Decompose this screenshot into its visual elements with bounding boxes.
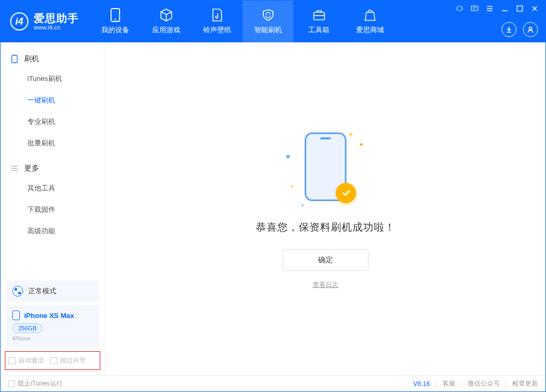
- more-lines-icon: [10, 164, 19, 173]
- shopping-bag-icon: [363, 8, 377, 22]
- checkbox-label: 跳过向导: [60, 356, 86, 365]
- device-storage-badge: 256GB: [12, 323, 42, 333]
- refresh-shield-icon: [261, 8, 275, 22]
- checkbox-icon: [50, 357, 57, 364]
- user-account-button[interactable]: [523, 22, 538, 37]
- checkbox-block-itunes[interactable]: 阻止iTunes运行: [8, 379, 63, 388]
- customer-service-link[interactable]: 客服: [442, 379, 455, 388]
- group-title-label: 更多: [24, 164, 39, 173]
- nav-my-device[interactable]: 我的设备: [90, 1, 141, 42]
- sidebar-item-advanced[interactable]: 高级功能: [1, 220, 105, 242]
- success-illustration: ✦ ✦: [280, 128, 371, 209]
- dot-icon: [286, 155, 290, 158]
- music-file-icon: [210, 8, 224, 22]
- svg-rect-4: [517, 6, 522, 11]
- cube-icon: [159, 8, 173, 22]
- sidebar-group-more: 更多: [1, 159, 105, 177]
- footer-right: V8.16 | 客服 | 微信公众号 | 检查更新: [413, 379, 538, 388]
- sidebar-item-pro-flash[interactable]: 专业刷机: [1, 111, 105, 132]
- minimize-button[interactable]: [499, 4, 510, 13]
- separator: |: [461, 380, 462, 388]
- device-mode-box[interactable]: 正常模式: [6, 280, 99, 302]
- nav-ringtone-wallpaper[interactable]: 铃声壁纸: [191, 1, 242, 42]
- check-badge-icon: [336, 183, 356, 203]
- sparkle-icon: ✦: [290, 183, 294, 189]
- svg-rect-6: [12, 55, 17, 63]
- separator: |: [436, 380, 437, 388]
- device-info-box[interactable]: iPhone XS Max 256GB iPhone: [6, 305, 99, 347]
- sidebar-menu: 刷机 iTunes刷机 一键刷机 专业刷机 批量刷机 更多 其他工具 下载固件 …: [1, 42, 105, 277]
- logo-text: 爱思助手 www.i4.cn: [34, 12, 79, 31]
- nav-label: 我的设备: [101, 25, 129, 35]
- check-update-link[interactable]: 检查更新: [512, 379, 538, 388]
- checkbox-auto-activate[interactable]: 自动激活: [9, 356, 44, 365]
- app-name-en: www.i4.cn: [34, 24, 79, 31]
- logo-area: i4 爱思助手 www.i4.cn: [1, 1, 90, 42]
- toolbox-icon: [312, 8, 326, 22]
- logo-icon: i4: [10, 12, 28, 31]
- theme-icon[interactable]: [454, 4, 465, 13]
- separator: |: [505, 380, 507, 388]
- top-nav: 我的设备 应用游戏 铃声壁纸 智能刷机 工具箱 爱思商城: [90, 1, 395, 42]
- svg-point-1: [114, 19, 116, 20]
- nav-apps-games[interactable]: 应用游戏: [141, 1, 191, 42]
- checkbox-icon: [9, 357, 16, 364]
- flash-options-highlight: 自动激活 跳过向导: [5, 351, 100, 370]
- view-log-link[interactable]: 查看日志: [313, 280, 338, 290]
- checkbox-label: 阻止iTunes运行: [18, 379, 63, 388]
- header-actions: [501, 22, 538, 37]
- nav-label: 铃声壁纸: [203, 25, 231, 35]
- svg-point-5: [529, 27, 532, 30]
- sidebar-bottom: 正常模式 iPhone XS Max 256GB iPhone 自动激活 跳过向…: [1, 277, 105, 375]
- mode-label: 正常模式: [28, 286, 56, 296]
- wechat-link[interactable]: 微信公众号: [468, 379, 500, 388]
- success-message: 恭喜您，保资料刷机成功啦！: [256, 220, 395, 234]
- footer-left: 阻止iTunes运行: [8, 379, 63, 388]
- sidebar-item-oneclick-flash[interactable]: 一键刷机: [1, 90, 105, 111]
- nav-smart-flash[interactable]: 智能刷机: [242, 1, 293, 42]
- window-controls: [454, 4, 540, 13]
- menu-icon[interactable]: [484, 4, 495, 13]
- app-body: 刷机 iTunes刷机 一键刷机 专业刷机 批量刷机 更多 其他工具 下载固件 …: [1, 42, 545, 375]
- close-button[interactable]: [529, 4, 540, 13]
- sidebar-item-download-firmware[interactable]: 下载固件: [1, 199, 105, 220]
- device-name: iPhone XS Max: [24, 312, 74, 320]
- svg-rect-2: [314, 12, 324, 20]
- sidebar: 刷机 iTunes刷机 一键刷机 专业刷机 批量刷机 更多 其他工具 下载固件 …: [1, 42, 105, 375]
- dot-icon: [360, 143, 363, 146]
- phone-icon: [108, 8, 122, 22]
- download-button[interactable]: [501, 22, 517, 37]
- sidebar-item-batch-flash[interactable]: 批量刷机: [1, 132, 105, 154]
- sidebar-group-flash: 刷机: [1, 50, 105, 68]
- nav-store[interactable]: 爱思商城: [344, 1, 395, 42]
- checkbox-icon: [8, 380, 15, 387]
- phone-small-icon: [10, 55, 19, 63]
- status-bar: 阻止iTunes运行 V8.16 | 客服 | 微信公众号 | 检查更新: [1, 375, 545, 391]
- nav-label: 智能刷机: [254, 25, 282, 35]
- mode-icon: [12, 286, 23, 297]
- device-phone-icon: [12, 310, 20, 320]
- device-name-row: iPhone XS Max: [12, 310, 93, 320]
- nav-label: 工具箱: [308, 25, 329, 35]
- maximize-button[interactable]: [514, 4, 525, 13]
- dot-icon: [301, 204, 304, 206]
- feedback-icon[interactable]: [469, 4, 480, 13]
- nav-toolbox[interactable]: 工具箱: [293, 1, 344, 42]
- nav-label: 应用游戏: [152, 25, 180, 35]
- checkbox-label: 自动激活: [18, 356, 44, 365]
- checkbox-skip-guide[interactable]: 跳过向导: [50, 356, 86, 365]
- svg-rect-3: [471, 6, 478, 11]
- main-content: ✦ ✦ 恭喜您，保资料刷机成功啦！ 确定 查看日志: [105, 42, 545, 375]
- device-type: iPhone: [12, 335, 93, 342]
- sparkle-icon: ✦: [348, 130, 354, 139]
- sidebar-item-itunes-flash[interactable]: iTunes刷机: [1, 68, 105, 90]
- ok-button[interactable]: 确定: [283, 249, 368, 271]
- group-title-label: 刷机: [24, 54, 39, 64]
- app-name-cn: 爱思助手: [34, 12, 79, 24]
- app-header: i4 爱思助手 www.i4.cn 我的设备 应用游戏 铃声壁纸 智能刷机 工具…: [1, 1, 545, 42]
- version-label: V8.16: [413, 380, 430, 388]
- sidebar-item-other-tools[interactable]: 其他工具: [1, 177, 105, 199]
- nav-label: 爱思商城: [356, 25, 384, 35]
